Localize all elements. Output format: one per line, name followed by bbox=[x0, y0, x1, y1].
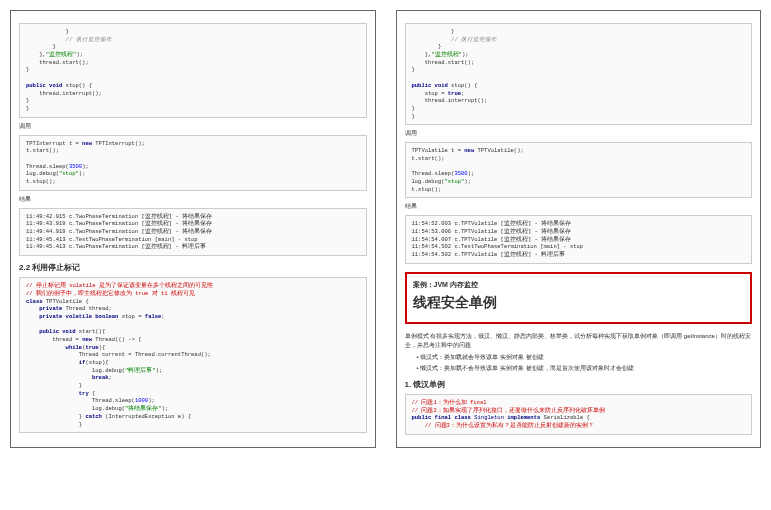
code-text: // 问题1：为什么加 final // 问题2：如果实现了序列化接口，还要做什… bbox=[412, 399, 605, 429]
code-text: } // 执行监控操作 } },"监控线程"); thread.start();… bbox=[26, 28, 112, 112]
code-block-call-volatile: TPTVolatile t = new TPTVolatile(); t.sta… bbox=[405, 142, 753, 198]
paragraph-intro: 单例模式 有很多实现方法，饿汉、懒汉、静态内部类、枚举类，试分析每种实现下获取单… bbox=[405, 332, 753, 350]
code-block-stop-interrupt: } // 执行监控操作 } },"监控线程"); thread.start();… bbox=[19, 23, 367, 118]
case-heading: 线程安全单例 bbox=[413, 294, 745, 312]
label-result-r: 结果 bbox=[405, 202, 753, 211]
case-title: 案例：JVM 内存监控 bbox=[413, 280, 745, 290]
code-block-volatile-class: // 停止标记用 volatile 是为了保证该变量在多个线程之间的可见性 //… bbox=[19, 277, 367, 433]
label-result: 结果 bbox=[19, 195, 367, 204]
bullet-eager: 饿汉式：类加载就会导致该单 实例对象 被创建 bbox=[417, 353, 753, 362]
page-right: } // 执行监控操作 } },"监控线程"); thread.start();… bbox=[396, 10, 762, 448]
section-title-eager-singleton: 1. 饿汉单例 bbox=[405, 379, 753, 390]
code-block-result-interrupt: 11:49:42.915 c.TwoPhaseTermination [监控线程… bbox=[19, 208, 367, 256]
label-call: 调用 bbox=[19, 122, 367, 131]
code-block-stop-volatile: } // 执行监控操作 } },"监控线程"); thread.start();… bbox=[405, 23, 753, 125]
code-text: TPTInterrupt t = new TPTInterrupt(); t.s… bbox=[26, 140, 145, 185]
label-call-r: 调用 bbox=[405, 129, 753, 138]
code-block-call-interrupt: TPTInterrupt t = new TPTInterrupt(); t.s… bbox=[19, 135, 367, 191]
code-block-singleton: // 问题1：为什么加 final // 问题2：如果实现了序列化接口，还要做什… bbox=[405, 394, 753, 435]
code-text: TPTVolatile t = new TPTVolatile(); t.sta… bbox=[412, 147, 524, 192]
code-block-result-volatile: 11:54:52.003 c.TPTVolatile [监控线程] - 将结果保… bbox=[405, 215, 753, 263]
case-box: 案例：JVM 内存监控 线程安全单例 bbox=[405, 272, 753, 324]
section-title-stop-flag: 2.2 利用停止标记 bbox=[19, 262, 367, 273]
page-left: } // 执行监控操作 } },"监控线程"); thread.start();… bbox=[10, 10, 376, 448]
bullet-lazy: 懒汉式：类加载不会导致该单 实例对象 被创建，而是首次使用该对象时才会创建 bbox=[417, 364, 753, 373]
code-text: // 停止标记用 volatile 是为了保证该变量在多个线程之间的可见性 //… bbox=[26, 282, 213, 427]
code-text: } // 执行监控操作 } },"监控线程"); thread.start();… bbox=[412, 28, 498, 120]
